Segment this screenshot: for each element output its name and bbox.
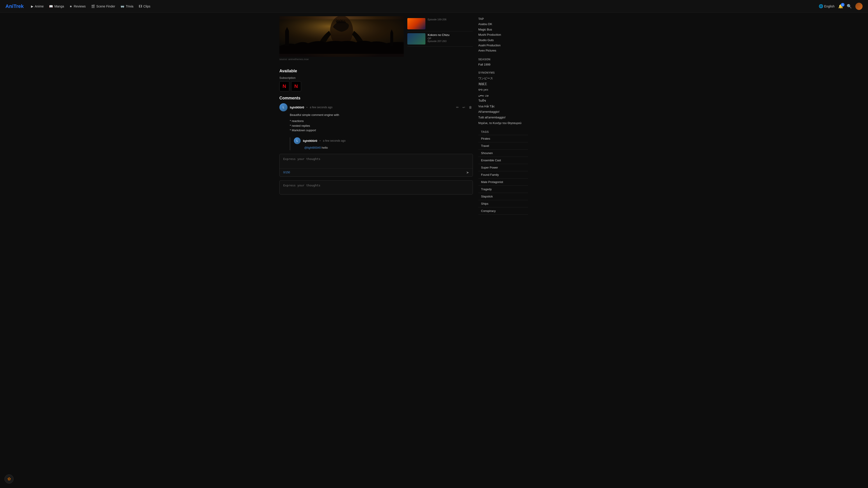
nav-reviews[interactable]: ★ Reviews <box>69 4 86 8</box>
theme-info-2: Kokoro no Chizu OP Episode 207-263 <box>428 33 473 44</box>
video-section: source: animethemes.moe <box>279 16 404 63</box>
season-section: Season Fall 1999 <box>478 58 528 67</box>
synonyms-list: ワンピース海賊王וואן פיסون پیسวันพีชVua Hải TặcA… <box>478 76 528 126</box>
video-column: source: animethemes.moe <box>279 16 404 65</box>
comment-input-box: 0/150 ➤ <box>279 154 473 177</box>
comment-input-area: 0/150 ➤ <box>279 154 473 177</box>
tag-item-1[interactable]: Travel <box>478 142 528 150</box>
streaming-icons: N N <box>279 81 473 91</box>
banner-svg <box>279 16 404 57</box>
tag-item-2[interactable]: Shounen <box>478 150 528 157</box>
comments-title: Comments <box>279 96 473 101</box>
synonym-2: וואן פיס <box>478 87 528 93</box>
clips-icon: 🎞 <box>139 4 142 8</box>
main-content: source: animethemes.moe Episode 169-206 <box>279 16 478 215</box>
nav-trivia[interactable]: 🥽 Trivia <box>121 4 133 8</box>
comment-actions-1: ✏ ↩ 🗑 <box>455 105 473 110</box>
comment-avatar-1: L <box>279 103 287 111</box>
bottom-comment-textarea[interactable] <box>280 181 473 194</box>
tag-item-3[interactable]: Ensemble Cast <box>478 157 528 164</box>
synonym-4: วันพีช <box>478 98 528 104</box>
trivia-icon: 🥽 <box>121 4 124 8</box>
top-area: source: animethemes.moe Episode 169-206 <box>279 16 473 65</box>
floating-icon-button[interactable]: ✿ <box>4 475 13 484</box>
producer-link-2[interactable]: Magic Bus <box>478 27 528 32</box>
theme-info-1: Episode 169-206 <box>428 18 473 29</box>
producer-link-4[interactable]: Studio Guts <box>478 37 528 43</box>
comment-input-footer: 0/150 ➤ <box>280 168 473 176</box>
comment-1: L light900#0 • a few seconds ago ✏ ↩ 🗑 B… <box>279 103 473 133</box>
synonym-5: Vua Hải Tặc <box>478 104 528 109</box>
nav-menu: ▶ Anime 📖 Manga ★ Reviews 🎬 Scene Finder… <box>31 4 819 8</box>
svg-rect-7 <box>279 20 404 54</box>
netflix-icon-1[interactable]: N <box>279 81 289 91</box>
delete-button[interactable]: 🗑 <box>468 105 473 110</box>
nav-scene-finder[interactable]: 🎬 Scene Finder <box>91 4 115 8</box>
producers-list: TAPAsatsu DKMagic BusMushi ProductionStu… <box>478 16 528 53</box>
theme-item-2[interactable]: Kokoro no Chizu OP Episode 207-263 <box>407 31 473 46</box>
nav-manga[interactable]: 📖 Manga <box>49 4 64 8</box>
globe-icon: 🌐 <box>819 4 823 8</box>
book-icon: 📖 <box>49 4 53 8</box>
notification-badge: 1 <box>841 3 844 6</box>
producer-link-3[interactable]: Mushi Production <box>478 32 528 37</box>
nested-comment-header: L light900#0 • a few seconds ago <box>294 137 473 144</box>
anime-banner <box>279 16 404 57</box>
mention[interactable]: @light900#0 <box>304 146 321 149</box>
nested-avatar: L <box>294 137 301 144</box>
season-title: Season <box>478 58 528 61</box>
producer-link-5[interactable]: Asahi Production <box>478 43 528 48</box>
tag-item-0[interactable]: Pirates <box>478 135 528 142</box>
send-comment-button[interactable]: ➤ <box>466 170 469 175</box>
comments-section: Comments L light900#0 • a few seconds ag… <box>279 96 473 195</box>
comment-username-1: light900#0 <box>290 106 304 109</box>
season-value: Fall 1999 <box>478 62 528 67</box>
producer-link-1[interactable]: Asatsu DK <box>478 22 528 27</box>
tag-item-4[interactable]: Super Power <box>478 164 528 171</box>
comment-header-1: L light900#0 • a few seconds ago ✏ ↩ 🗑 <box>279 103 473 111</box>
comment-textarea[interactable] <box>280 154 473 168</box>
notifications-button[interactable]: 🔔 1 <box>838 4 843 9</box>
theme-thumbnail-1 <box>407 18 426 29</box>
synonym-1: 海賊王 <box>478 81 528 87</box>
synonyms-title: Synonyms <box>478 71 528 74</box>
nested-body: @light900#0 hello <box>294 145 473 150</box>
theme-thumbnail-2 <box>407 33 426 44</box>
tag-item-5[interactable]: Found Family <box>478 171 528 178</box>
producers-section: TAPAsatsu DKMagic BusMushi ProductionStu… <box>478 16 528 53</box>
theme-item-1[interactable]: Episode 169-206 <box>407 16 473 31</box>
available-section: Available Subscription N N <box>279 69 473 91</box>
nav-anime[interactable]: ▶ Anime <box>31 4 44 8</box>
netflix-icon-2[interactable]: N <box>291 81 301 91</box>
flower-icon: ✿ <box>7 477 11 482</box>
tag-item-9[interactable]: Ships <box>478 200 528 207</box>
tag-item-10[interactable]: Conspiracy <box>478 207 528 215</box>
star-icon: ★ <box>69 4 72 8</box>
edit-button[interactable]: ✏ <box>455 105 460 110</box>
play-icon: ▶ <box>31 4 33 8</box>
producer-link-6[interactable]: Avex Pictures <box>478 48 528 53</box>
bottom-comment-input <box>279 180 473 195</box>
search-button[interactable]: 🔍 <box>847 4 852 9</box>
reply-button[interactable]: ↩ <box>462 105 466 110</box>
user-avatar[interactable] <box>855 3 863 10</box>
subscription-label: Subscription <box>279 76 473 79</box>
synonyms-section: Synonyms ワンピース海賊王וואן פיסون پیسวันพีชVua… <box>478 71 528 126</box>
tag-item-6[interactable]: Male Protagonist <box>478 178 528 186</box>
tag-item-8[interactable]: Slapstick <box>478 193 528 200</box>
producer-link-0[interactable]: TAP <box>478 16 528 22</box>
language-selector[interactable]: 🌐 English <box>819 4 835 8</box>
synonym-8: Ντρένκ, το Κυνήγι του Θησαυρού <box>478 121 528 126</box>
tag-item-7[interactable]: Tragedy <box>478 186 528 193</box>
synonym-7: Tutti all'arrembaggio! <box>478 115 528 121</box>
tags-list: PiratesTravelShounenEnsemble CastSuper P… <box>478 135 528 215</box>
nav-clips[interactable]: 🎞 Clips <box>139 4 150 8</box>
nav-right: 🌐 English 🔔 1 🔍 <box>819 3 863 10</box>
synonym-3: ون پیس <box>478 92 528 98</box>
logo[interactable]: AniTrek <box>5 3 24 9</box>
scene-icon: 🎬 <box>91 4 95 8</box>
sidebar-right: TAPAsatsu DKMagic BusMushi ProductionStu… <box>478 16 528 215</box>
comment-body-1: Beautiful simple comment engine with * r… <box>279 113 473 133</box>
navigation: AniTrek ▶ Anime 📖 Manga ★ Reviews 🎬 Scen… <box>0 0 868 13</box>
banner-image <box>279 16 404 57</box>
